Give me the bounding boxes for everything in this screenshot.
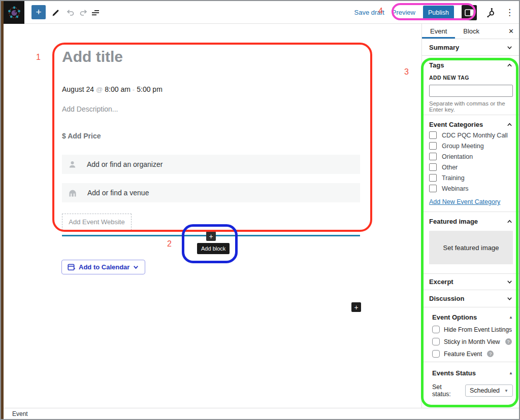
events-status-title: Events Status (432, 369, 476, 377)
hubspot-sprocket-icon (486, 8, 496, 18)
breadcrumb[interactable]: Event (12, 410, 28, 417)
chevron-down-icon (506, 44, 513, 51)
help-icon[interactable]: ? (487, 351, 494, 357)
edit-tool-button[interactable] (49, 6, 62, 19)
category-row[interactable]: Orientation (429, 153, 513, 160)
event-options-panel: Event Options ▲ Hide From Event Listings… (422, 307, 520, 362)
add-block-tooltip: Add block (197, 243, 230, 254)
category-row[interactable]: Training (429, 174, 513, 182)
featured-image-panel: Featured image Set featured image (422, 212, 520, 274)
checkbox[interactable] (429, 131, 437, 139)
close-sidebar-button[interactable]: ✕ (508, 27, 514, 35)
event-description-field[interactable]: Add Description... (62, 105, 118, 113)
venue-block[interactable]: Add or find a venue (62, 183, 360, 202)
settings-sidebar-toggle[interactable] (462, 5, 477, 20)
tags-panel-toggle[interactable]: Tags (429, 61, 513, 69)
summary-panel-title: Summary (429, 44, 459, 51)
site-logo-button[interactable] (4, 1, 24, 24)
block-appender-button[interactable]: + (351, 302, 361, 312)
site-logo-icon (7, 6, 21, 20)
chevron-down-icon (506, 295, 513, 302)
event-options-toggle[interactable]: Event Options ▲ (432, 313, 513, 321)
category-row[interactable]: CDC PQC Monthly Call (429, 131, 513, 139)
pencil-icon (51, 8, 61, 18)
checkbox[interactable] (429, 174, 437, 182)
option-label: Sticky in Month View (444, 338, 500, 345)
summary-panel-toggle[interactable]: Summary (422, 39, 520, 56)
feature-event-row[interactable]: Feature Event ? (432, 350, 513, 358)
events-status-toggle[interactable]: Events Status ▲ (432, 369, 513, 377)
featured-image-toggle[interactable]: Featured image (429, 218, 513, 225)
set-featured-image-button[interactable]: Set featured image (429, 231, 513, 264)
settings-sidebar: Event Block ✕ Summary Tags ADD NEW TAG S… (421, 24, 520, 408)
annotation-label-1: 1 (36, 53, 41, 62)
help-icon[interactable]: ? (505, 338, 512, 345)
tags-help-text: Separate with commas or the Enter key. (429, 100, 513, 113)
events-status-panel: Events Status ▲ Set status: Scheduled ▼ (422, 362, 520, 410)
collapse-triangle-icon: ▲ (509, 371, 513, 375)
hide-from-listings-row[interactable]: Hide From Event Listings (432, 326, 513, 333)
checkbox[interactable] (432, 338, 440, 345)
options-menu-button[interactable]: ⋮ (505, 7, 514, 18)
tags-panel-title: Tags (429, 61, 444, 69)
add-new-tag-label: ADD NEW TAG (429, 75, 513, 81)
category-row[interactable]: Group Meeting (429, 142, 513, 150)
checkbox[interactable] (429, 185, 437, 192)
add-new-tag-input[interactable] (429, 85, 513, 97)
event-categories-toggle[interactable]: Event Categories (429, 121, 513, 128)
discussion-panel-toggle[interactable]: Discussion (422, 290, 520, 307)
category-label: Training (442, 174, 465, 182)
organizer-person-icon (68, 160, 77, 169)
excerpt-panel-toggle[interactable]: Excerpt (422, 274, 520, 290)
event-title-field[interactable]: Add title (62, 48, 123, 65)
save-draft-button[interactable]: Save draft (354, 9, 384, 16)
hubspot-plugin-button[interactable] (484, 6, 498, 19)
date-at-separator: @ (94, 86, 105, 93)
status-select[interactable]: Scheduled ▼ (465, 384, 513, 397)
sticky-month-view-row[interactable]: Sticky in Month View ? (432, 338, 513, 345)
add-to-calendar-label: Add to Calendar (79, 263, 129, 271)
checkbox[interactable] (429, 163, 437, 171)
option-label: Feature Event (444, 351, 482, 358)
annotation-label-3: 3 (404, 67, 409, 77)
tab-block[interactable]: Block (455, 24, 488, 39)
tab-event[interactable]: Event (422, 24, 455, 39)
checkbox[interactable] (432, 350, 440, 358)
annotation-label-2: 2 (167, 239, 172, 249)
option-label: Hide From Event Listings (444, 326, 512, 333)
event-start-date[interactable]: August 24 (62, 85, 94, 93)
category-row[interactable]: Webinars (429, 185, 513, 192)
select-arrow-icon: ▼ (504, 389, 508, 393)
undo-button[interactable] (63, 6, 77, 19)
event-end-time[interactable]: 5:00 pm (137, 85, 162, 93)
block-inserter-button[interactable]: + (31, 5, 46, 19)
collapse-triangle-icon: ▲ (509, 315, 513, 320)
chevron-up-icon (506, 218, 513, 225)
add-new-event-category-link[interactable]: Add New Event Category (429, 198, 500, 205)
checkbox[interactable] (429, 142, 437, 150)
event-editor-window: + Save draft P (0, 0, 520, 420)
list-view-icon (90, 8, 101, 18)
add-block-button[interactable]: + (206, 231, 216, 241)
add-event-website-button[interactable]: Add Event Website (62, 214, 132, 230)
event-price-field[interactable]: $ Add Price (62, 132, 101, 140)
category-label: Group Meeting (442, 143, 484, 150)
chevron-up-icon (506, 121, 513, 128)
publish-button[interactable]: Publish (423, 6, 454, 20)
preview-button[interactable]: Preview (392, 9, 415, 16)
add-to-calendar-button[interactable]: Add to Calendar (61, 260, 145, 274)
event-datetime-field[interactable]: August 24@8:00 am-5:00 pm (62, 85, 162, 93)
editor-footer-breadcrumb: Event (4, 408, 519, 419)
featured-image-title: Featured image (429, 218, 478, 225)
editor-toolbar: + Save draft P (4, 1, 519, 24)
discussion-panel-title: Discussion (429, 295, 464, 302)
organizer-block[interactable]: Add or find an organizer (62, 155, 360, 174)
event-start-time[interactable]: 8:00 am (105, 85, 131, 93)
checkbox[interactable] (429, 153, 437, 160)
event-options-title: Event Options (432, 313, 477, 321)
category-label: Other (442, 164, 458, 171)
category-row[interactable]: Other (429, 163, 513, 171)
category-label: Orientation (442, 153, 473, 160)
checkbox[interactable] (432, 326, 440, 333)
list-view-button[interactable] (89, 6, 102, 19)
